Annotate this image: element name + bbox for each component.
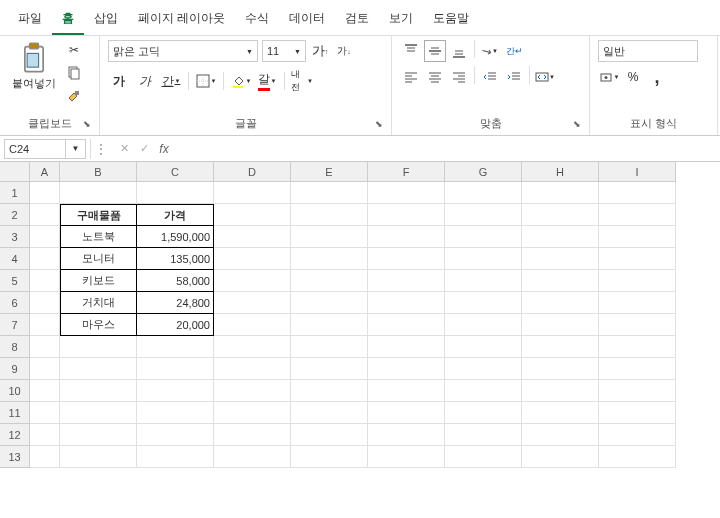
cell[interactable] [291,270,368,292]
cell[interactable] [214,424,291,446]
cell[interactable] [522,402,599,424]
cell[interactable] [368,182,445,204]
number-format-select[interactable]: 일반 [598,40,698,62]
percent-button[interactable]: % [622,66,644,88]
cell[interactable] [30,336,60,358]
menu-home[interactable]: 홈 [52,4,84,35]
cell[interactable] [368,380,445,402]
cell[interactable] [445,402,522,424]
align-left-button[interactable] [400,66,422,88]
cell[interactable]: 모니터 [60,248,137,270]
row-header[interactable]: 4 [0,248,30,270]
cell[interactable] [291,292,368,314]
cell[interactable] [30,226,60,248]
comma-button[interactable]: , [646,66,668,88]
col-header[interactable]: I [599,162,676,182]
cell[interactable] [445,424,522,446]
col-header[interactable]: A [30,162,60,182]
cell[interactable] [30,358,60,380]
cell[interactable] [60,358,137,380]
cell[interactable] [291,226,368,248]
cell[interactable] [522,314,599,336]
underline-button[interactable]: 간▼ [160,70,182,92]
menu-insert[interactable]: 삽입 [84,4,128,35]
font-size-select[interactable]: 11 ▼ [262,40,306,62]
cell[interactable] [368,270,445,292]
cell[interactable] [522,336,599,358]
cell[interactable] [522,204,599,226]
cell[interactable] [445,270,522,292]
cell[interactable] [445,248,522,270]
cut-button[interactable]: ✂ [64,40,84,60]
cell[interactable] [522,380,599,402]
col-header[interactable]: H [522,162,599,182]
name-box-dropdown[interactable]: ▼ [66,139,86,159]
menu-page-layout[interactable]: 페이지 레이아웃 [128,4,235,35]
cell[interactable]: 24,800 [137,292,214,314]
clipboard-dialog-launcher[interactable]: ⬊ [83,119,95,131]
cell[interactable] [445,204,522,226]
cell[interactable] [60,336,137,358]
accounting-format-button[interactable]: ▼ [598,66,620,88]
cell[interactable] [30,402,60,424]
cell[interactable]: 가격 [137,204,214,226]
cell[interactable] [214,380,291,402]
cell[interactable] [60,424,137,446]
cell[interactable] [30,204,60,226]
cell[interactable] [137,380,214,402]
cell[interactable] [599,226,676,248]
cell[interactable]: 1,590,000 [137,226,214,248]
align-top-button[interactable] [400,40,422,62]
cell[interactable] [137,402,214,424]
cell[interactable] [599,446,676,468]
menu-file[interactable]: 파일 [8,4,52,35]
cell[interactable] [214,204,291,226]
cell[interactable] [445,446,522,468]
cell[interactable] [599,424,676,446]
cell[interactable] [368,204,445,226]
paste-button[interactable]: 붙여넣기 [8,40,60,93]
cell[interactable] [599,292,676,314]
cell[interactable] [368,248,445,270]
cell[interactable] [214,226,291,248]
cell[interactable]: 20,000 [137,314,214,336]
cell[interactable] [30,182,60,204]
cancel-formula-button[interactable]: ✕ [115,140,133,158]
row-header[interactable]: 1 [0,182,30,204]
cell[interactable] [291,380,368,402]
cell[interactable]: 노트북 [60,226,137,248]
cell[interactable] [291,336,368,358]
decrease-indent-button[interactable] [479,66,501,88]
increase-indent-button[interactable] [503,66,525,88]
col-header[interactable]: D [214,162,291,182]
borders-button[interactable]: ▼ [195,70,217,92]
cell[interactable] [60,446,137,468]
menu-data[interactable]: 데이터 [279,4,335,35]
cell[interactable] [137,358,214,380]
cell[interactable] [291,248,368,270]
row-header[interactable]: 10 [0,380,30,402]
font-color-button[interactable]: 갈▼ [256,70,278,92]
cell[interactable] [599,204,676,226]
cell[interactable] [368,358,445,380]
align-center-button[interactable] [424,66,446,88]
col-header[interactable]: G [445,162,522,182]
cell[interactable] [30,314,60,336]
cell[interactable] [214,358,291,380]
cell[interactable] [445,182,522,204]
cell[interactable]: 마우스 [60,314,137,336]
cell[interactable] [522,358,599,380]
cell[interactable] [137,336,214,358]
wrap-text-button[interactable]: 간↵ [503,40,525,62]
cell[interactable] [60,182,137,204]
cell[interactable] [60,380,137,402]
select-all-corner[interactable] [0,162,30,182]
cell[interactable] [368,314,445,336]
cell[interactable]: 거치대 [60,292,137,314]
row-header[interactable]: 5 [0,270,30,292]
cell[interactable] [368,226,445,248]
row-header[interactable]: 12 [0,424,30,446]
cell[interactable] [30,248,60,270]
cell[interactable] [522,248,599,270]
cell[interactable] [599,248,676,270]
